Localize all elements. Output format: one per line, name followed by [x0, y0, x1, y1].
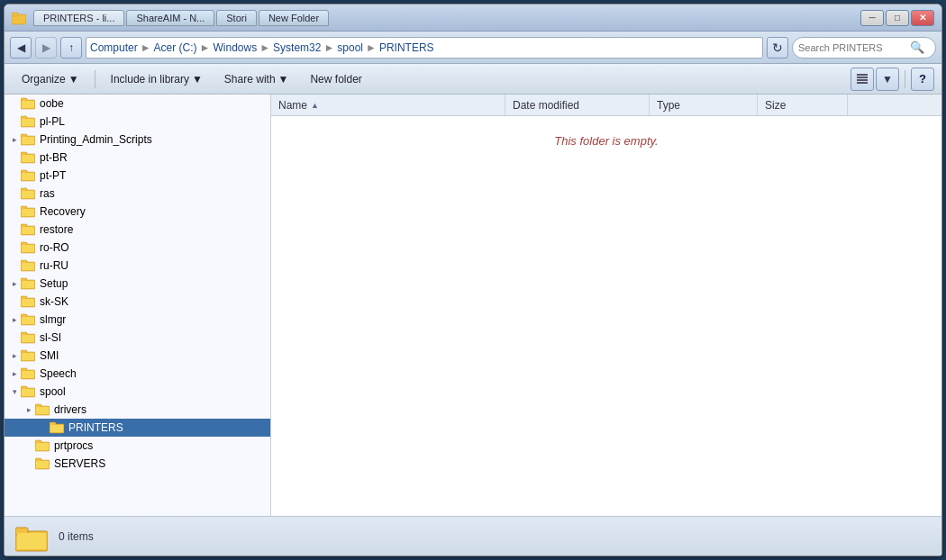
tree-expander[interactable]: ▸ [8, 277, 21, 290]
tree-expander[interactable] [37, 421, 50, 434]
column-header-size[interactable]: Size [758, 95, 848, 115]
tree-expander[interactable] [8, 115, 21, 128]
tree-item[interactable]: ▾ spool [5, 383, 270, 401]
breadcrumb-item-acer[interactable]: Acer (C:) [154, 41, 197, 54]
empty-message: This folder is empty. [554, 134, 658, 148]
tree-item-label: Recovery [40, 205, 86, 218]
details-view-icon [856, 73, 869, 86]
tree-expander[interactable]: ▸ [8, 367, 21, 380]
tree-expander[interactable] [23, 457, 35, 470]
tree-item-label: Printing_Admin_Scripts [40, 133, 152, 146]
tree-item[interactable]: ▸ Printing_Admin_Scripts [5, 131, 270, 149]
view-details-button[interactable] [850, 68, 874, 91]
search-input[interactable] [798, 42, 906, 53]
share-with-button[interactable]: Share with ▼ [214, 68, 299, 91]
svg-rect-20 [22, 173, 34, 180]
help-button[interactable]: ? [911, 68, 934, 91]
tree-expander[interactable] [23, 439, 35, 452]
tree-item-label: sk-SK [40, 295, 68, 308]
tree-expander[interactable] [8, 259, 21, 272]
tree-item[interactable]: ▸ slmgr [5, 311, 270, 329]
tree-item[interactable]: pt-PT [5, 167, 270, 185]
maximize-button[interactable]: □ [886, 10, 909, 26]
tab-stori[interactable]: Stori [216, 10, 257, 26]
refresh-button[interactable]: ↻ [767, 37, 788, 59]
tree-expander[interactable] [8, 151, 21, 164]
tree-item-label: drivers [54, 403, 86, 416]
svg-rect-8 [22, 101, 34, 108]
tree-item[interactable]: sk-SK [5, 293, 270, 311]
breadcrumb-item-printers[interactable]: PRINTERS [379, 41, 434, 54]
folder-icon [21, 151, 37, 164]
view-dropdown-button[interactable]: ▼ [876, 68, 899, 91]
tree-expander[interactable] [8, 241, 21, 254]
folder-icon [50, 421, 66, 434]
new-folder-button[interactable]: New folder [300, 68, 371, 91]
back-button[interactable]: ◀ [10, 37, 32, 59]
tree-item[interactable]: ▸ SMI [5, 347, 270, 365]
breadcrumb-item-computer[interactable]: Computer [90, 41, 138, 54]
tree-expander[interactable]: ▾ [8, 385, 21, 398]
breadcrumb-item-system32[interactable]: System32 [273, 41, 321, 54]
tree-expander[interactable]: ▸ [8, 349, 21, 362]
folder-icon [21, 97, 37, 110]
organize-label: Organize [22, 73, 66, 86]
tab-printers[interactable]: PRINTERS - li... [33, 10, 124, 26]
status-bar: 0 items [5, 516, 941, 555]
folder-icon [21, 187, 37, 200]
new-folder-label: New folder [310, 73, 361, 86]
column-header-name[interactable]: Name ▲ [271, 95, 505, 115]
tree-expander[interactable] [8, 205, 21, 218]
tree-item[interactable]: ro-RO [5, 239, 270, 257]
column-header-date[interactable]: Date modified [505, 95, 650, 115]
svg-rect-41 [22, 299, 34, 306]
tab-new-folder[interactable]: New Folder [259, 10, 329, 26]
close-button[interactable]: ✕ [911, 10, 934, 26]
search-icon[interactable]: 🔍 [910, 41, 924, 54]
tree-item[interactable]: oobe [5, 95, 270, 113]
tree-item[interactable]: restore [5, 221, 270, 239]
column-header-type[interactable]: Type [650, 95, 758, 115]
up-button[interactable]: ↑ [60, 37, 82, 59]
tree-item[interactable]: prtprocs [5, 437, 270, 455]
tree-item-label: oobe [40, 97, 64, 110]
nav-tree[interactable]: oobe pl-PL▸ Printing_Admin_Scripts pt-BR… [5, 95, 271, 516]
tree-expander[interactable] [8, 331, 21, 344]
tab-shareaim[interactable]: ShareAIM - N... [126, 10, 214, 26]
breadcrumb-item-windows[interactable]: Windows [213, 41, 257, 54]
organize-button[interactable]: Organize ▼ [12, 68, 89, 91]
tree-item[interactable]: PRINTERS [5, 419, 270, 437]
tree-expander[interactable] [8, 223, 21, 236]
tree-item[interactable]: pt-BR [5, 149, 270, 167]
tree-expander[interactable] [8, 97, 21, 110]
tree-item[interactable]: ras [5, 185, 270, 203]
tree-item[interactable]: ▸ drivers [5, 401, 270, 419]
tree-item[interactable]: Recovery [5, 203, 270, 221]
tree-item[interactable]: SERVERS [5, 455, 270, 473]
tree-expander[interactable]: ▸ [8, 133, 21, 146]
folder-icon [21, 331, 37, 344]
tree-expander[interactable]: ▸ [8, 313, 21, 326]
tree-item[interactable]: pl-PL [5, 113, 270, 131]
svg-rect-35 [22, 263, 34, 270]
include-library-button[interactable]: Include in library ▼ [101, 68, 213, 91]
file-list-body: This folder is empty. [271, 116, 941, 516]
tree-item[interactable]: sl-SI [5, 329, 270, 347]
minimize-button[interactable]: ─ [860, 10, 884, 26]
tree-item[interactable]: ▸ Speech [5, 365, 270, 383]
tree-expander[interactable]: ▸ [23, 403, 35, 416]
file-list-header: Name ▲ Date modified Type Size [271, 95, 941, 116]
toolbar-separator-1 [95, 70, 96, 88]
svg-rect-44 [22, 317, 34, 324]
tree-item[interactable]: ru-RU [5, 257, 270, 275]
tree-expander[interactable] [8, 169, 21, 182]
svg-rect-4 [857, 79, 868, 81]
tree-item[interactable]: ▸ Setup [5, 275, 270, 293]
svg-rect-62 [50, 425, 63, 432]
forward-button[interactable]: ▶ [35, 37, 57, 59]
breadcrumb-item-spool[interactable]: spool [337, 41, 363, 54]
tree-item-label: pl-PL [40, 115, 65, 128]
tree-expander[interactable] [8, 295, 21, 308]
include-library-dropdown-icon: ▼ [192, 73, 203, 86]
tree-expander[interactable] [8, 187, 21, 200]
